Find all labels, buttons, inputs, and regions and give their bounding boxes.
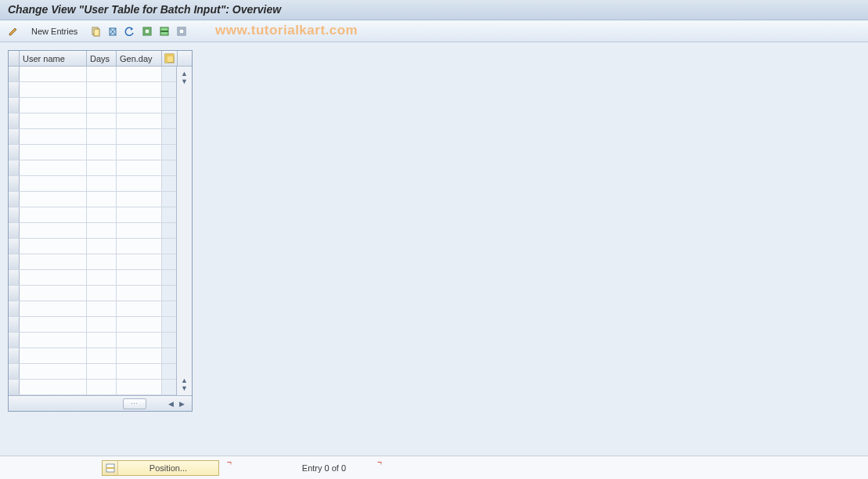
cell-days[interactable]	[87, 364, 117, 379]
scroll-up-page-icon[interactable]: ▲	[181, 376, 188, 384]
cell-days[interactable]	[87, 176, 117, 191]
cell-user[interactable]	[20, 67, 87, 81]
cell-days[interactable]	[87, 286, 117, 301]
cell-days[interactable]	[87, 301, 117, 316]
cell-days[interactable]	[87, 254, 117, 269]
row-handle[interactable]	[9, 333, 20, 348]
cell-genday[interactable]	[117, 129, 162, 144]
col-header-genday[interactable]: Gen.day	[117, 51, 162, 66]
cell-genday[interactable]	[117, 286, 162, 301]
row-handle[interactable]	[9, 129, 20, 144]
row-handle[interactable]	[9, 176, 20, 191]
cell-user[interactable]	[20, 82, 87, 97]
cell-genday[interactable]	[117, 82, 162, 97]
cell-genday[interactable]	[117, 176, 162, 191]
table-row[interactable]	[9, 67, 176, 82]
table-row[interactable]	[9, 380, 176, 395]
cell-genday[interactable]	[117, 67, 162, 81]
row-handle[interactable]	[9, 286, 20, 301]
cell-genday[interactable]	[117, 317, 162, 332]
cell-user[interactable]	[20, 286, 87, 301]
configure-columns-icon[interactable]	[162, 51, 178, 66]
cell-user[interactable]	[20, 254, 87, 269]
cell-user[interactable]	[20, 160, 87, 175]
cell-genday[interactable]	[117, 239, 162, 254]
table-row[interactable]	[9, 364, 176, 380]
row-handle[interactable]	[9, 239, 20, 254]
row-handle[interactable]	[9, 270, 20, 285]
row-handle[interactable]	[9, 348, 20, 363]
cell-user[interactable]	[20, 239, 87, 254]
table-row[interactable]	[9, 254, 176, 270]
table-row[interactable]	[9, 113, 176, 129]
table-row[interactable]	[9, 82, 176, 98]
cell-days[interactable]	[87, 192, 117, 207]
vertical-scrollbar[interactable]: ▲ ▼ ▲ ▼	[176, 67, 192, 395]
cell-user[interactable]	[20, 333, 87, 348]
cell-user[interactable]	[20, 364, 87, 379]
col-header-user[interactable]: User name	[20, 51, 87, 66]
cell-genday[interactable]	[117, 145, 162, 160]
scroll-down-icon[interactable]: ▼	[181, 384, 188, 392]
cell-user[interactable]	[20, 223, 87, 238]
col-header-days[interactable]: Days	[87, 51, 117, 66]
cell-user[interactable]	[20, 176, 87, 191]
cell-user[interactable]	[20, 301, 87, 316]
cell-days[interactable]	[87, 207, 117, 222]
cell-genday[interactable]	[117, 348, 162, 363]
table-row[interactable]	[9, 348, 176, 364]
position-button[interactable]: Position...	[102, 460, 219, 476]
cell-user[interactable]	[20, 192, 87, 207]
cell-user[interactable]	[20, 380, 87, 394]
cell-genday[interactable]	[117, 160, 162, 175]
cell-days[interactable]	[87, 160, 117, 175]
cell-user[interactable]	[20, 317, 87, 332]
toggle-edit-icon[interactable]	[6, 24, 20, 38]
table-row[interactable]	[9, 129, 176, 145]
row-handle[interactable]	[9, 82, 20, 97]
scroll-down-page-icon[interactable]: ▼	[181, 77, 188, 85]
row-handle[interactable]	[9, 254, 20, 269]
cell-days[interactable]	[87, 348, 117, 363]
column-config-button[interactable]: ∙∙∙	[123, 398, 146, 409]
table-row[interactable]	[9, 98, 176, 113]
cell-days[interactable]	[87, 82, 117, 97]
cell-days[interactable]	[87, 129, 117, 144]
row-handle[interactable]	[9, 98, 20, 113]
cell-genday[interactable]	[117, 380, 162, 394]
cell-genday[interactable]	[117, 254, 162, 269]
scroll-right-icon[interactable]: ▶	[176, 398, 187, 409]
cell-user[interactable]	[20, 98, 87, 113]
row-handle[interactable]	[9, 207, 20, 222]
cell-user[interactable]	[20, 270, 87, 285]
copy-icon[interactable]	[88, 24, 103, 38]
cell-days[interactable]	[87, 67, 117, 81]
table-row[interactable]	[9, 301, 176, 317]
table-row[interactable]	[9, 207, 176, 223]
cell-user[interactable]	[20, 348, 87, 363]
cell-user[interactable]	[20, 145, 87, 160]
deselect-all-icon[interactable]	[175, 24, 189, 38]
cell-days[interactable]	[87, 239, 117, 254]
cell-days[interactable]	[87, 270, 117, 285]
cell-genday[interactable]	[117, 207, 162, 222]
cell-genday[interactable]	[117, 192, 162, 207]
select-block-icon[interactable]	[157, 24, 171, 38]
table-row[interactable]	[9, 176, 176, 192]
cell-days[interactable]	[87, 333, 117, 348]
cell-days[interactable]	[87, 113, 117, 128]
scroll-up-icon[interactable]: ▲	[181, 70, 188, 77]
cell-genday[interactable]	[117, 270, 162, 285]
select-all-icon[interactable]	[140, 24, 154, 38]
row-handle[interactable]	[9, 160, 20, 175]
scroll-left-icon[interactable]: ◀	[165, 398, 176, 409]
undo-icon[interactable]	[123, 24, 137, 38]
cell-genday[interactable]	[117, 113, 162, 128]
row-handle[interactable]	[9, 145, 20, 160]
row-handle[interactable]	[9, 301, 20, 316]
cell-genday[interactable]	[117, 364, 162, 379]
new-entries-button[interactable]: New Entries	[27, 25, 82, 38]
table-row[interactable]	[9, 286, 176, 301]
cell-genday[interactable]	[117, 98, 162, 113]
table-row[interactable]	[9, 270, 176, 286]
